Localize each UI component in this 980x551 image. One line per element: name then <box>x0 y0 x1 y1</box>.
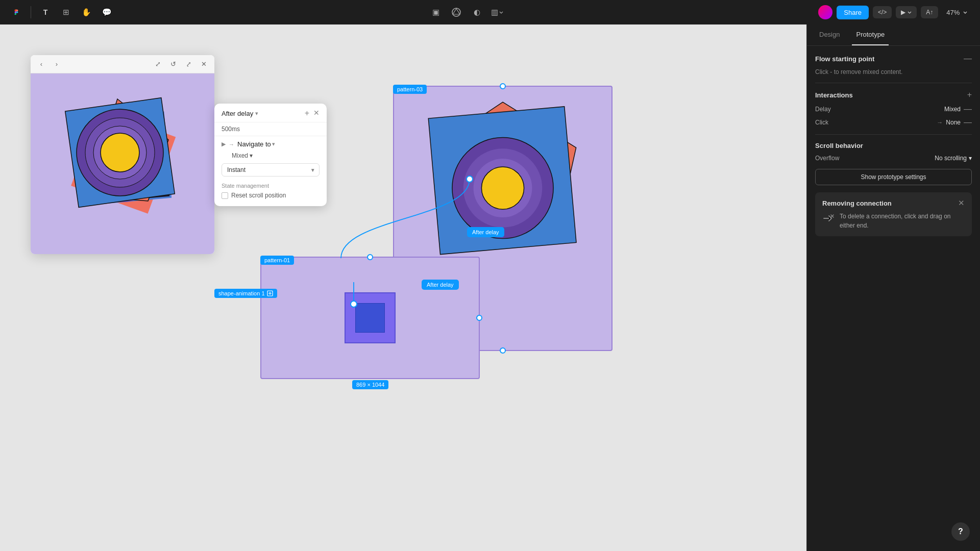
tab-prototype[interactable]: Prototype <box>852 24 889 45</box>
toolbar: T ⊞ ✋ 💬 ▣ ◐ ▥ Share </> ▶ A↑ 47% <box>0 0 980 24</box>
popup-add-btn[interactable]: + <box>305 109 309 118</box>
help-button[interactable]: ? <box>951 522 970 541</box>
flow-section-header: Flow starting point — <box>815 54 972 63</box>
theme-icon[interactable]: ◐ <box>469 4 485 20</box>
flow-subtitle: Click - to remove mixed content. <box>815 68 972 76</box>
fullscreen-btn[interactable]: ⤢ <box>152 59 163 70</box>
comment-tool-btn[interactable]: 💬 <box>99 4 115 20</box>
instant-select-wrap: Instant Dissolve Smart animate Move in M… <box>222 163 320 177</box>
removing-text: To delete a connection, click and drag o… <box>840 212 965 230</box>
tab-design[interactable]: Design <box>815 24 844 45</box>
code-btn[interactable]: </> <box>873 6 892 18</box>
panel-content: Flow starting point — Click - to remove … <box>807 46 980 551</box>
scroll-title: Scroll behavior <box>815 142 863 149</box>
after-delay-btn-2[interactable]: After delay <box>422 280 459 290</box>
play-btn[interactable]: ▶ <box>896 6 917 18</box>
nav-arrow-icon: → <box>229 141 234 147</box>
divider-1 <box>815 83 972 83</box>
popup-close-btn[interactable]: ✕ <box>313 109 320 118</box>
removing-title: Removing connection <box>822 199 892 207</box>
conn-dot-top[interactable] <box>500 83 506 89</box>
separator-1 <box>31 6 31 18</box>
popup-nav-row: ▶ → Navigate to ▾ <box>214 136 327 150</box>
click-label: Click <box>815 119 846 126</box>
delay-right: Mixed — <box>944 105 972 114</box>
scroll-behavior-row: Overflow No scrolling ▾ <box>815 155 972 162</box>
overflow-chevron: ▾ <box>969 155 972 162</box>
delay-minus[interactable]: — <box>964 105 972 114</box>
frame-03-label: pattern-03 <box>393 85 427 94</box>
share-button[interactable]: Share <box>837 6 869 19</box>
svg-point-23 <box>101 133 139 172</box>
frame-01-label: pattern-01 <box>260 256 294 265</box>
preview-artwork <box>46 79 199 247</box>
navigate-to-label: Navigate to ▾ <box>237 140 275 148</box>
conn-dot-f01-right[interactable] <box>476 315 482 321</box>
flow-collapse-icon[interactable]: — <box>964 54 972 63</box>
popup-actions: + ✕ <box>305 109 320 118</box>
mixed-btn[interactable]: Mixed ▾ <box>232 152 253 159</box>
external-btn[interactable]: ⤤ <box>183 59 194 70</box>
accessibility-btn[interactable]: A↑ <box>921 6 938 18</box>
toolbar-center: ▣ ◐ ▥ <box>119 4 814 20</box>
right-panel: Design Prototype Flow starting point — C… <box>806 24 980 551</box>
preview-content <box>31 73 214 254</box>
removing-icon <box>822 212 835 227</box>
removing-connection-panel: Removing connection ✕ To delete a connec… <box>815 192 972 236</box>
after-delay-btn-1[interactable]: After delay <box>467 227 504 237</box>
svg-point-0 <box>452 8 460 16</box>
reset-scroll-checkbox[interactable] <box>222 192 228 199</box>
frame-tool-btn[interactable]: ⊞ <box>58 4 74 20</box>
interactions-title: Interactions <box>815 91 853 99</box>
nav-back-btn[interactable]: ‹ <box>36 59 47 70</box>
layout-icon[interactable]: ▥ <box>489 4 505 20</box>
flow-section-title: Flow starting point <box>815 55 874 63</box>
nav-chevron[interactable]: ▾ <box>272 141 275 147</box>
svg-point-29 <box>481 167 524 209</box>
show-prototype-settings-btn[interactable]: Show prototype settings <box>815 169 972 185</box>
scroll-section-header: Scroll behavior <box>815 142 972 149</box>
popup-title-chevron[interactable]: ▾ <box>255 110 258 117</box>
interaction-delay-row: Delay Mixed — <box>815 105 972 114</box>
state-mgmt-label: State management <box>214 179 327 191</box>
panel-toolbar: ‹ › ⤢ ↺ ⤤ ✕ <box>31 55 214 73</box>
nav-fwd-btn[interactable]: › <box>51 59 62 70</box>
conn-dot-f01-top[interactable] <box>367 254 373 260</box>
mixed-row: Mixed ▾ <box>214 150 327 161</box>
community-icon[interactable] <box>448 4 464 20</box>
reset-scroll-row: Reset scroll position <box>214 191 327 200</box>
click-minus[interactable]: — <box>964 118 972 127</box>
popup-delay-value[interactable]: 500ms <box>214 122 327 136</box>
panel-tabs: Design Prototype <box>807 24 980 46</box>
refresh-btn[interactable]: ↺ <box>167 59 179 70</box>
delay-label: Delay <box>815 106 846 113</box>
close-panel-btn[interactable]: ✕ <box>198 59 209 70</box>
frame-01[interactable] <box>260 257 480 379</box>
assets-icon[interactable]: ▣ <box>428 4 444 20</box>
removing-close-btn[interactable]: ✕ <box>958 198 965 208</box>
interaction-click-row: Click → None — <box>815 118 972 127</box>
popup-title: After delay ▾ <box>222 110 258 117</box>
component-preview-panel: ‹ › ⤢ ↺ ⤤ ✕ <box>31 55 214 254</box>
click-arrow-icon: → <box>937 119 943 126</box>
prototype-interaction-popup: After delay ▾ + ✕ 500ms ▶ → Navigate to … <box>214 104 327 206</box>
reset-scroll-label: Reset scroll position <box>231 192 286 199</box>
user-avatar[interactable] <box>818 5 832 19</box>
removing-body: To delete a connection, click and drag o… <box>822 212 965 230</box>
click-right: → None — <box>937 118 972 127</box>
conn-dot-bottom[interactable] <box>500 347 506 354</box>
text-tool-btn[interactable]: T <box>37 4 54 20</box>
shape-animation-label[interactable]: shape-animation 1 <box>214 289 277 298</box>
instant-select[interactable]: Instant Dissolve Smart animate Move in M… <box>222 163 320 177</box>
delay-value: Mixed <box>944 106 961 113</box>
interactions-add-icon[interactable]: + <box>967 90 972 99</box>
popup-header: After delay ▾ + ✕ <box>214 104 327 122</box>
zoom-level[interactable]: 47% <box>942 7 972 18</box>
hand-tool-btn[interactable]: ✋ <box>78 4 94 20</box>
canvas-area: ‹ › ⤢ ↺ ⤤ ✕ <box>0 24 806 551</box>
figma-logo[interactable] <box>8 4 24 20</box>
size-badge: 869 × 1044 <box>352 380 388 389</box>
overflow-value[interactable]: No scrolling ▾ <box>935 155 972 162</box>
collapse-arrow[interactable]: ▶ <box>222 141 226 147</box>
click-value: None <box>946 119 961 126</box>
